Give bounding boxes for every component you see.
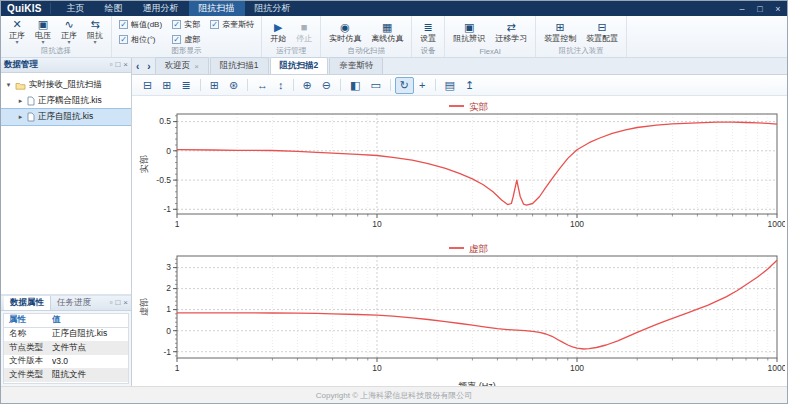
tree-item-label: 正序自阻抗.kis	[38, 111, 93, 123]
checkbox-2-group-1[interactable]: ✓ 实部	[172, 19, 200, 30]
svg-text:3: 3	[166, 262, 171, 272]
property-row-2: 文件版本 v3.0	[4, 355, 128, 369]
layout-list-icon[interactable]: ≣	[176, 77, 195, 94]
chart-real-part[interactable]: 11010010000.50-0.5-1实部实部	[137, 98, 785, 236]
checkbox-0-group-1[interactable]: ✓ 幅值(dB)	[119, 19, 162, 30]
close-icon[interactable]: ×	[769, 1, 787, 16]
ribbon-button-0-1[interactable]: ▣ 电压 ▾	[30, 18, 56, 45]
chevron-right-icon[interactable]: ▸	[17, 97, 24, 105]
snapshot-icon[interactable]: ▭	[365, 77, 385, 94]
property-row-0: 名称 正序自阻抗.kis	[4, 328, 128, 342]
ribbon-button-6-1[interactable]: ⊟ 装置配置	[581, 21, 623, 43]
legend-toggle-icon[interactable]: ◧	[345, 77, 365, 94]
ribbon-button-label: 离线仿真	[371, 34, 403, 43]
menu-item-0[interactable]: 主页	[57, 1, 95, 16]
ribbon-group-1: ✓ 幅值(dB) ✓ 相位(°) ✓ 实部 ✓ 虚部 ✓ 奈奎斯特 图形显示	[112, 16, 262, 57]
ribbon-button-label: 开始	[270, 34, 286, 43]
device-config-icon: ⊟	[598, 21, 607, 34]
ribbon-group-2: ▶ 开始 ■ 停止 运行管理	[262, 16, 321, 57]
property-table-header: 属性 值	[4, 314, 128, 328]
add-plot-icon[interactable]: ⊞	[205, 77, 224, 94]
close-icon[interactable]: ×	[194, 62, 199, 71]
settings-icon: ≣	[424, 21, 433, 34]
chevron-down-icon: ▾	[93, 40, 96, 45]
reset-plot-icon[interactable]: ⊛	[224, 77, 243, 94]
tree-item-0[interactable]: ▾ 实时接收_阻抗扫描	[1, 77, 131, 93]
copyright-text: Copyright © 上海科梁信息科技股份有限公司	[316, 390, 473, 401]
property-tab-1[interactable]: 任务进度	[51, 296, 97, 310]
crosshair-icon[interactable]: +	[414, 77, 430, 94]
svg-text:10: 10	[372, 219, 382, 229]
close-icon[interactable]: ×	[123, 299, 128, 307]
property-value: 正序自阻抗.kis	[52, 328, 128, 340]
ribbon-button-3-0[interactable]: ◉ 实时仿真	[324, 21, 366, 43]
file-icon	[27, 112, 35, 122]
report-icon[interactable]: ▤	[440, 77, 460, 94]
fit-width-icon[interactable]: ↔	[252, 77, 273, 94]
minimize-icon[interactable]: –	[733, 1, 751, 16]
column-header: 属性	[4, 314, 52, 326]
ribbon-button-0-3[interactable]: ⇆ 阻抗 ▾	[82, 18, 108, 45]
svg-text:1000: 1000	[768, 363, 785, 373]
ribbon-button-0-0[interactable]: ✕ 正序 ▾	[4, 18, 30, 45]
svg-text:-1: -1	[163, 347, 171, 357]
svg-text:-1: -1	[163, 204, 171, 214]
maximize-icon[interactable]: □	[115, 299, 120, 307]
menu-item-4[interactable]: 阻抗分析	[245, 1, 301, 16]
voltage-icon: ▣	[38, 18, 48, 31]
menu-item-2[interactable]: 通用分析	[133, 1, 189, 16]
ribbon-button-2-0[interactable]: ▶ 开始	[265, 21, 291, 43]
refresh-icon[interactable]: ↻	[395, 77, 414, 94]
ribbon-button-0-2[interactable]: ∿ 正序 ▾	[56, 18, 82, 45]
checkbox-1-group-1[interactable]: ✓ 相位(°)	[119, 34, 162, 45]
property-tab-0[interactable]: 数据属性	[4, 296, 51, 310]
svg-text:1: 1	[175, 363, 180, 373]
chart-imag-part[interactable]: 11010010003210-1虚部虚部频率 (Hz)	[137, 240, 785, 386]
float-icon[interactable]: ▫	[110, 299, 113, 307]
ribbon-button-5-0[interactable]: ▣ 阻抗辨识	[448, 21, 490, 43]
save-image-icon[interactable]: ⊟	[138, 77, 157, 94]
ribbon-button-6-0[interactable]: ⊞ 装置控制	[539, 21, 581, 43]
app-logo: QuiKIS	[1, 3, 51, 14]
ribbon-button-5-1[interactable]: ⇄ 迁移学习	[490, 21, 532, 43]
ribbon-button-2-1: ■ 停止	[291, 21, 317, 43]
doc-tab-1[interactable]: 阻抗扫描1	[210, 57, 269, 74]
doc-tab-label: 奈奎斯特	[339, 60, 373, 72]
ribbon-button-4-0[interactable]: ≣ 设置	[415, 21, 441, 43]
chevron-down-icon[interactable]: ▾	[5, 81, 12, 89]
close-icon[interactable]: ×	[123, 61, 128, 69]
maximize-icon[interactable]: □	[751, 1, 769, 16]
chevron-right-icon[interactable]: ▸	[17, 113, 24, 121]
tree-item-1[interactable]: ▸ 正序耦合阻抗.kis	[1, 93, 131, 109]
zoom-out-icon[interactable]: ⊖	[317, 77, 336, 94]
doc-tab-0[interactable]: 欢迎页 ×	[155, 57, 209, 74]
property-value: 阻抗文件	[52, 369, 128, 381]
toolbar-separator	[200, 79, 201, 91]
export-icon[interactable]: ↥	[460, 77, 479, 94]
doc-tab-3[interactable]: 奈奎斯特	[329, 57, 383, 74]
fit-height-icon[interactable]: ↕	[273, 77, 289, 94]
property-key: 节点类型	[4, 342, 52, 354]
ribbon-group-label: 阻抗注入装置	[539, 46, 623, 57]
chevron-down-icon: ▾	[41, 40, 44, 45]
layout-grid-icon[interactable]: ⊞	[157, 77, 176, 94]
transfer-learning-icon: ⇄	[507, 21, 516, 34]
doc-tab-label: 阻抗扫描1	[220, 60, 259, 72]
property-table: 属性 值 名称 正序自阻抗.kis 节点类型 文件节点 文件版本 v3.0 文件…	[3, 313, 129, 384]
svg-text:0.5: 0.5	[159, 116, 171, 126]
data-tree: ▾ 实时接收_阻抗扫描 ▸ 正序耦合阻抗.kis ▸ 正序自阻抗.kis	[1, 73, 131, 294]
float-icon[interactable]: ▫	[110, 61, 113, 69]
column-header: 值	[52, 314, 128, 326]
tab-nav-right-icon[interactable]: ›	[143, 61, 154, 72]
tree-item-2[interactable]: ▸ 正序自阻抗.kis	[1, 109, 131, 125]
menu-item-1[interactable]: 绘图	[95, 1, 133, 16]
doc-tab-2[interactable]: 阻抗扫描2	[270, 57, 329, 74]
ribbon-button-3-1[interactable]: ▦ 离线仿真	[366, 21, 408, 43]
property-key: 名称	[4, 328, 52, 340]
tab-nav-left-icon[interactable]: ‹	[132, 61, 143, 72]
zoom-in-icon[interactable]: ⊕	[298, 77, 317, 94]
maximize-icon[interactable]: □	[115, 61, 120, 69]
checkbox-4-group-1[interactable]: ✓ 奈奎斯特	[210, 19, 254, 30]
checkbox-3-group-1[interactable]: ✓ 虚部	[172, 34, 200, 45]
menu-item-3[interactable]: 阻抗扫描	[189, 1, 245, 16]
